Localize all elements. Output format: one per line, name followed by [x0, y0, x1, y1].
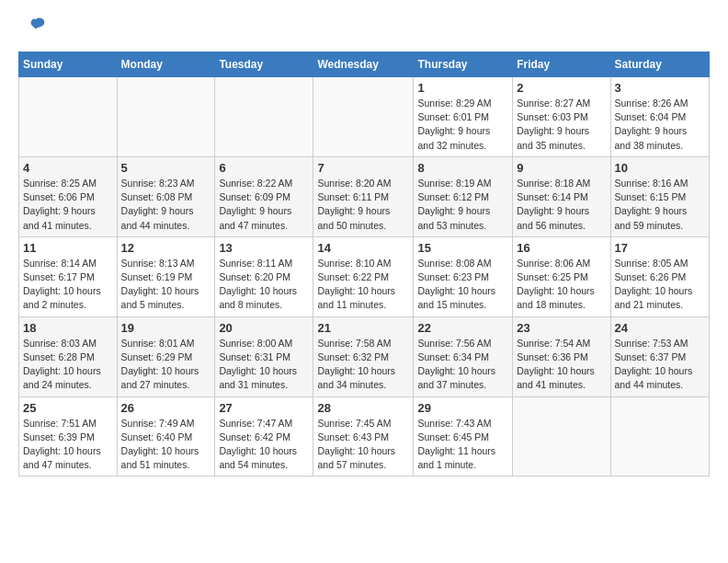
calendar-cell: 15Sunrise: 8:08 AM Sunset: 6:23 PM Dayli… [414, 236, 513, 316]
day-number: 24 [615, 321, 705, 335]
calendar-cell [117, 77, 215, 157]
calendar-cell [19, 77, 118, 157]
day-info: Sunrise: 8:29 AM Sunset: 6:01 PM Dayligh… [417, 97, 508, 153]
calendar-cell: 4Sunrise: 8:25 AM Sunset: 6:06 PM Daylig… [19, 156, 118, 236]
day-info: Sunrise: 8:25 AM Sunset: 6:06 PM Dayligh… [23, 177, 113, 233]
day-number: 23 [517, 321, 606, 335]
calendar-cell: 8Sunrise: 8:19 AM Sunset: 6:12 PM Daylig… [414, 156, 513, 236]
day-number: 2 [517, 81, 606, 95]
day-info: Sunrise: 8:26 AM Sunset: 6:04 PM Dayligh… [615, 97, 705, 153]
column-header-saturday: Saturday [610, 52, 709, 77]
day-number: 6 [219, 161, 309, 175]
day-info: Sunrise: 8:23 AM Sunset: 6:08 PM Dayligh… [121, 177, 211, 233]
day-info: Sunrise: 7:56 AM Sunset: 6:34 PM Dayligh… [417, 337, 508, 393]
column-header-wednesday: Wednesday [313, 52, 414, 77]
day-info: Sunrise: 8:05 AM Sunset: 6:26 PM Dayligh… [615, 257, 705, 313]
day-info: Sunrise: 7:51 AM Sunset: 6:39 PM Dayligh… [23, 417, 113, 473]
day-number: 20 [219, 321, 309, 335]
logo-bird-icon [22, 15, 50, 42]
day-number: 25 [23, 401, 113, 415]
calendar-cell: 2Sunrise: 8:27 AM Sunset: 6:03 PM Daylig… [513, 77, 610, 157]
day-info: Sunrise: 8:16 AM Sunset: 6:15 PM Dayligh… [615, 177, 705, 233]
day-info: Sunrise: 7:49 AM Sunset: 6:40 PM Dayligh… [121, 417, 211, 473]
week-row-2: 4Sunrise: 8:25 AM Sunset: 6:06 PM Daylig… [19, 156, 710, 236]
calendar-cell: 16Sunrise: 8:06 AM Sunset: 6:25 PM Dayli… [513, 236, 610, 316]
week-row-3: 11Sunrise: 8:14 AM Sunset: 6:17 PM Dayli… [19, 236, 710, 316]
column-header-tuesday: Tuesday [215, 52, 313, 77]
day-info: Sunrise: 8:08 AM Sunset: 6:23 PM Dayligh… [417, 257, 508, 313]
day-number: 16 [517, 241, 606, 255]
calendar-cell: 25Sunrise: 7:51 AM Sunset: 6:39 PM Dayli… [19, 396, 118, 477]
calendar-cell: 21Sunrise: 7:58 AM Sunset: 6:32 PM Dayli… [313, 316, 414, 396]
calendar-cell: 5Sunrise: 8:23 AM Sunset: 6:08 PM Daylig… [117, 156, 215, 236]
calendar-cell [513, 396, 610, 477]
day-info: Sunrise: 8:03 AM Sunset: 6:28 PM Dayligh… [23, 337, 113, 393]
day-info: Sunrise: 8:19 AM Sunset: 6:12 PM Dayligh… [417, 177, 508, 233]
day-info: Sunrise: 8:10 AM Sunset: 6:22 PM Dayligh… [317, 257, 409, 313]
calendar-cell: 23Sunrise: 7:54 AM Sunset: 6:36 PM Dayli… [513, 316, 610, 396]
day-number: 1 [417, 81, 508, 95]
day-number: 3 [615, 81, 705, 95]
calendar-cell: 29Sunrise: 7:43 AM Sunset: 6:45 PM Dayli… [414, 396, 513, 477]
day-number: 27 [219, 401, 309, 415]
day-info: Sunrise: 8:14 AM Sunset: 6:17 PM Dayligh… [23, 257, 113, 313]
day-number: 15 [417, 241, 508, 255]
week-row-5: 25Sunrise: 7:51 AM Sunset: 6:39 PM Dayli… [19, 396, 710, 477]
calendar-cell: 24Sunrise: 7:53 AM Sunset: 6:37 PM Dayli… [610, 316, 709, 396]
calendar-cell: 18Sunrise: 8:03 AM Sunset: 6:28 PM Dayli… [19, 316, 118, 396]
calendar-cell: 12Sunrise: 8:13 AM Sunset: 6:19 PM Dayli… [117, 236, 215, 316]
day-number: 11 [23, 241, 113, 255]
day-info: Sunrise: 8:20 AM Sunset: 6:11 PM Dayligh… [317, 177, 409, 233]
day-info: Sunrise: 7:53 AM Sunset: 6:37 PM Dayligh… [615, 337, 705, 393]
day-number: 18 [23, 321, 113, 335]
calendar-cell: 14Sunrise: 8:10 AM Sunset: 6:22 PM Dayli… [313, 236, 414, 316]
day-number: 28 [317, 401, 409, 415]
calendar-cell: 26Sunrise: 7:49 AM Sunset: 6:40 PM Dayli… [117, 396, 215, 477]
day-number: 21 [317, 321, 409, 335]
calendar-cell: 13Sunrise: 8:11 AM Sunset: 6:20 PM Dayli… [215, 236, 313, 316]
day-number: 29 [417, 401, 508, 415]
column-header-monday: Monday [117, 52, 215, 77]
calendar-cell [215, 77, 313, 157]
day-number: 13 [219, 241, 309, 255]
week-row-4: 18Sunrise: 8:03 AM Sunset: 6:28 PM Dayli… [19, 316, 710, 396]
column-header-sunday: Sunday [19, 52, 118, 77]
day-info: Sunrise: 7:45 AM Sunset: 6:43 PM Dayligh… [317, 417, 409, 473]
day-number: 4 [23, 161, 113, 175]
day-number: 5 [121, 161, 211, 175]
page: SundayMondayTuesdayWednesdayThursdayFrid… [0, 0, 728, 491]
calendar-cell: 7Sunrise: 8:20 AM Sunset: 6:11 PM Daylig… [313, 156, 414, 236]
calendar-cell: 17Sunrise: 8:05 AM Sunset: 6:26 PM Dayli… [610, 236, 709, 316]
calendar-table: SundayMondayTuesdayWednesdayThursdayFrid… [18, 52, 710, 477]
day-number: 10 [615, 161, 705, 175]
calendar-cell: 27Sunrise: 7:47 AM Sunset: 6:42 PM Dayli… [215, 396, 313, 477]
day-number: 8 [417, 161, 508, 175]
day-info: Sunrise: 8:27 AM Sunset: 6:03 PM Dayligh… [517, 97, 606, 153]
calendar-cell: 9Sunrise: 8:18 AM Sunset: 6:14 PM Daylig… [513, 156, 610, 236]
day-number: 14 [317, 241, 409, 255]
logo [18, 15, 50, 42]
day-number: 7 [317, 161, 409, 175]
calendar-cell: 1Sunrise: 8:29 AM Sunset: 6:01 PM Daylig… [414, 77, 513, 157]
calendar-cell [610, 396, 709, 477]
day-info: Sunrise: 8:06 AM Sunset: 6:25 PM Dayligh… [517, 257, 606, 313]
day-info: Sunrise: 7:54 AM Sunset: 6:36 PM Dayligh… [517, 337, 606, 393]
calendar-cell: 22Sunrise: 7:56 AM Sunset: 6:34 PM Dayli… [414, 316, 513, 396]
day-number: 17 [615, 241, 705, 255]
day-number: 9 [517, 161, 606, 175]
calendar-cell: 3Sunrise: 8:26 AM Sunset: 6:04 PM Daylig… [610, 77, 709, 157]
calendar-cell: 11Sunrise: 8:14 AM Sunset: 6:17 PM Dayli… [19, 236, 118, 316]
column-header-thursday: Thursday [414, 52, 513, 77]
calendar-cell: 19Sunrise: 8:01 AM Sunset: 6:29 PM Dayli… [117, 316, 215, 396]
calendar-cell: 6Sunrise: 8:22 AM Sunset: 6:09 PM Daylig… [215, 156, 313, 236]
day-number: 22 [417, 321, 508, 335]
column-header-friday: Friday [513, 52, 610, 77]
day-info: Sunrise: 8:13 AM Sunset: 6:19 PM Dayligh… [121, 257, 211, 313]
calendar-cell: 20Sunrise: 8:00 AM Sunset: 6:31 PM Dayli… [215, 316, 313, 396]
day-info: Sunrise: 7:43 AM Sunset: 6:45 PM Dayligh… [417, 417, 508, 473]
day-number: 19 [121, 321, 211, 335]
day-number: 26 [121, 401, 211, 415]
header [18, 15, 710, 42]
calendar-header-row: SundayMondayTuesdayWednesdayThursdayFrid… [19, 52, 710, 77]
calendar-cell: 10Sunrise: 8:16 AM Sunset: 6:15 PM Dayli… [610, 156, 709, 236]
